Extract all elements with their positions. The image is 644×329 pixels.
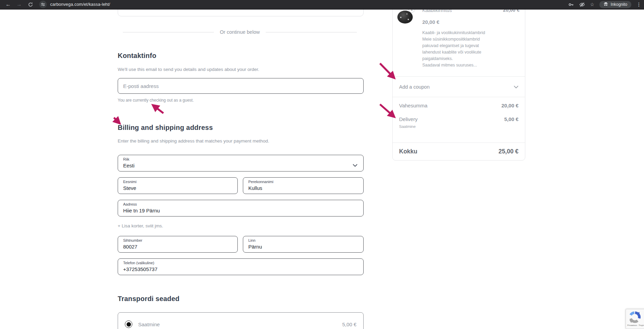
city-field[interactable]: Linn [243,236,364,253]
divider-line [123,32,214,32]
screenshot-root: ← → carbonvega.com/et/kassa-leht/ ☆ Ink [0,0,644,329]
billing-description: Enter the billing and shipping address t… [118,138,269,144]
subtotal-value: 20,00 € [501,103,518,108]
product-price: 20,00 € [422,19,439,25]
menu-dots-icon[interactable]: ⋮ [636,2,641,7]
subtotal-label: Vahesumma [399,103,427,108]
total-value: 25,00 € [499,148,518,155]
delivery-label: Delivery [399,116,418,122]
radio-dot [127,322,131,327]
email-input[interactable] [118,78,363,93]
contact-heading: Kontaktinfo [118,52,156,60]
address-input[interactable] [123,208,358,213]
country-label: Riik [123,157,358,162]
url-text: carbonvega.com/et/kassa-leht/ [50,2,110,7]
coupon-accordion[interactable]: Add a coupon [393,77,525,97]
chevron-down-icon [353,162,357,168]
city-label: Linn [248,238,358,243]
forward-icon[interactable]: → [16,0,22,9]
total-row: Kokku 25,00 € [399,148,518,155]
arrow-delivery [380,104,394,117]
billing-heading: Billing and shipping address [118,124,213,132]
recaptcha-badge[interactable]: Privaatsus - Tingimused [626,309,644,329]
country-value[interactable] [123,163,358,168]
summary-divider [393,97,525,97]
back-icon[interactable]: ← [5,0,11,9]
refresh-icon[interactable] [28,2,33,7]
product-description: Kaabli- ja voolikukinnitusklambrid Meie … [422,30,508,69]
delivery-row: Delivery 5,00 € [399,116,518,122]
incognito-label: Inkognito [611,2,627,7]
shipping-option-price: 5,00 € [342,321,356,327]
phone-input[interactable] [123,266,358,272]
city-input[interactable] [248,244,358,250]
site-info-icon[interactable] [39,1,47,8]
first-name-label: Eesnimi [123,180,232,184]
address-bar[interactable]: carbonvega.com/et/kassa-leht/ [39,1,110,8]
first-name-input[interactable] [123,185,232,191]
last-name-input[interactable] [248,185,358,191]
address-label: Aadress [123,202,358,207]
postcode-input[interactable] [123,244,232,250]
last-name-label: Perekonnanimi [248,180,358,184]
recaptcha-terms[interactable]: Privaatsus - Tingimused [627,324,644,326]
postcode-label: Sihtnumber [123,238,232,243]
radio-selected-icon[interactable] [125,320,132,328]
eye-off-icon[interactable] [579,2,585,8]
address-field[interactable]: Aadress [118,200,364,216]
shipping-option-label: Saatmine [138,321,160,327]
arrow-billing-heading [114,118,119,123]
subtotal-row: Vahesumma 20,00 € [399,103,518,108]
divider-line [266,32,357,32]
email-field[interactable] [118,78,364,94]
last-name-field[interactable]: Perekonnanimi [243,177,364,194]
bookmark-star-icon[interactable]: ☆ [590,2,595,7]
incognito-badge: Inkognito [599,1,631,8]
postcode-field[interactable]: Sihtnumber [118,236,238,253]
recaptcha-icon [629,311,641,323]
product-image [397,11,413,24]
contact-description: We'll use this email to send you details… [118,67,259,72]
delivery-note: Saatmine [399,124,416,129]
first-name-field[interactable]: Eesnimi [118,177,238,194]
phone-field[interactable]: Telefon (valikuline) [118,258,364,275]
shipping-option-saatmine[interactable]: Saatmine 5,00 € [118,312,364,329]
browser-chrome: ← → carbonvega.com/et/kassa-leht/ ☆ Ink [0,0,644,10]
order-summary-card: 1 Kaablikinnitus 20,00 € 20,00 € Kaabli-… [392,0,525,161]
incognito-icon [603,2,608,8]
password-key-icon[interactable] [568,2,574,8]
phone-label: Telefon (valikuline) [123,261,358,265]
total-label: Kokku [399,148,417,155]
add-apartment-link[interactable]: + Lisa korter, sviit jms. [118,223,163,228]
or-continue-divider: Or continue below [123,29,357,35]
guest-note: You are currently checking out as a gues… [118,98,194,103]
divider-text: Or continue below [220,29,260,35]
chevron-down-icon [514,86,518,88]
summary-divider [393,143,525,143]
arrow-coupon [380,63,394,78]
toolbar-right: ☆ Inkognito ⋮ [568,0,641,9]
country-select[interactable]: Riik [118,155,364,171]
shipping-heading: Transpordi seaded [118,295,179,303]
delivery-value: 5,00 € [504,116,518,122]
coupon-label: Add a coupon [399,84,430,90]
arrow-guest-note [153,105,163,113]
